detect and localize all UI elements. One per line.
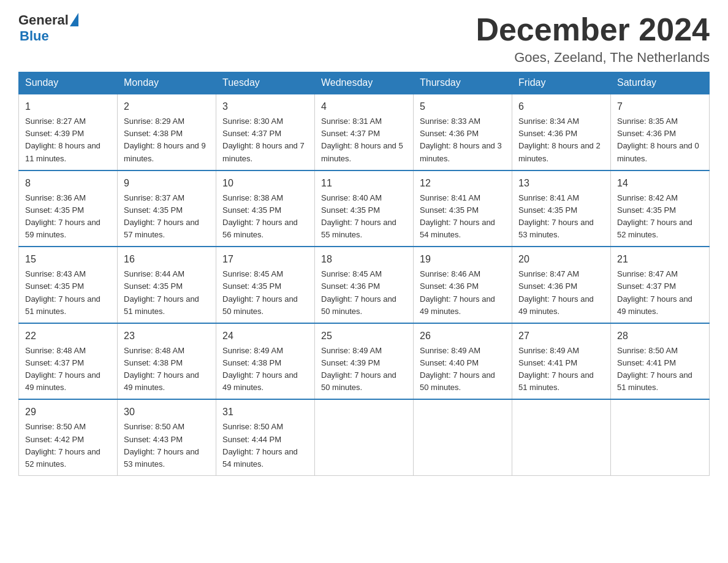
calendar-cell: 29Sunrise: 8:50 AMSunset: 4:42 PMDayligh… bbox=[19, 399, 118, 475]
weekday-header-monday: Monday bbox=[118, 72, 216, 94]
day-info: Sunrise: 8:34 AMSunset: 4:36 PMDaylight:… bbox=[518, 117, 601, 163]
day-number: 3 bbox=[222, 99, 308, 114]
logo-triangle-icon bbox=[70, 13, 78, 26]
day-number: 16 bbox=[124, 252, 210, 267]
calendar-week-row: 22Sunrise: 8:48 AMSunset: 4:37 PMDayligh… bbox=[19, 323, 710, 400]
calendar-cell: 24Sunrise: 8:49 AMSunset: 4:38 PMDayligh… bbox=[216, 323, 315, 400]
calendar-cell: 17Sunrise: 8:45 AMSunset: 4:35 PMDayligh… bbox=[216, 247, 315, 323]
day-info: Sunrise: 8:48 AMSunset: 4:38 PMDaylight:… bbox=[124, 346, 199, 392]
day-number: 28 bbox=[617, 329, 703, 343]
calendar-cell bbox=[611, 399, 710, 475]
day-number: 4 bbox=[321, 99, 407, 114]
calendar-cell: 7Sunrise: 8:35 AMSunset: 4:36 PMDaylight… bbox=[611, 94, 710, 170]
day-info: Sunrise: 8:49 AMSunset: 4:39 PMDaylight:… bbox=[321, 346, 396, 392]
day-info: Sunrise: 8:48 AMSunset: 4:37 PMDaylight:… bbox=[25, 346, 100, 392]
day-info: Sunrise: 8:43 AMSunset: 4:35 PMDaylight:… bbox=[25, 269, 100, 315]
day-number: 7 bbox=[617, 99, 703, 114]
day-info: Sunrise: 8:40 AMSunset: 4:35 PMDaylight:… bbox=[321, 193, 396, 239]
day-info: Sunrise: 8:49 AMSunset: 4:38 PMDaylight:… bbox=[222, 346, 298, 392]
day-info: Sunrise: 8:29 AMSunset: 4:38 PMDaylight:… bbox=[124, 117, 206, 163]
calendar-cell: 2Sunrise: 8:29 AMSunset: 4:38 PMDaylight… bbox=[118, 94, 216, 170]
calendar-cell: 19Sunrise: 8:46 AMSunset: 4:36 PMDayligh… bbox=[414, 247, 512, 323]
calendar-cell: 22Sunrise: 8:48 AMSunset: 4:37 PMDayligh… bbox=[19, 323, 118, 400]
calendar-cell: 20Sunrise: 8:47 AMSunset: 4:36 PMDayligh… bbox=[512, 247, 611, 323]
page-header: General Blue December 2024 Goes, Zeeland… bbox=[18, 12, 710, 66]
day-number: 9 bbox=[124, 176, 210, 191]
day-info: Sunrise: 8:38 AMSunset: 4:35 PMDaylight:… bbox=[222, 193, 298, 239]
calendar-cell: 23Sunrise: 8:48 AMSunset: 4:38 PMDayligh… bbox=[118, 323, 216, 400]
day-info: Sunrise: 8:50 AMSunset: 4:43 PMDaylight:… bbox=[124, 422, 199, 468]
day-number: 8 bbox=[25, 176, 111, 191]
day-info: Sunrise: 8:47 AMSunset: 4:36 PMDaylight:… bbox=[518, 269, 594, 315]
day-info: Sunrise: 8:30 AMSunset: 4:37 PMDaylight:… bbox=[222, 117, 305, 163]
day-number: 2 bbox=[124, 99, 210, 114]
day-info: Sunrise: 8:41 AMSunset: 4:35 PMDaylight:… bbox=[518, 193, 594, 239]
day-number: 1 bbox=[25, 99, 111, 114]
day-info: Sunrise: 8:45 AMSunset: 4:35 PMDaylight:… bbox=[222, 269, 298, 315]
month-title: December 2024 bbox=[476, 12, 710, 47]
day-number: 19 bbox=[420, 252, 506, 267]
day-number: 20 bbox=[518, 252, 604, 267]
weekday-header-thursday: Thursday bbox=[414, 72, 512, 94]
day-number: 30 bbox=[124, 405, 210, 419]
calendar-cell: 26Sunrise: 8:49 AMSunset: 4:40 PMDayligh… bbox=[414, 323, 512, 400]
calendar-cell: 16Sunrise: 8:44 AMSunset: 4:35 PMDayligh… bbox=[118, 247, 216, 323]
location-title: Goes, Zeeland, The Netherlands bbox=[476, 50, 710, 66]
day-number: 5 bbox=[420, 99, 506, 114]
calendar-table: SundayMondayTuesdayWednesdayThursdayFrid… bbox=[18, 72, 710, 476]
weekday-header-tuesday: Tuesday bbox=[216, 72, 315, 94]
day-info: Sunrise: 8:33 AMSunset: 4:36 PMDaylight:… bbox=[420, 117, 502, 163]
day-number: 25 bbox=[321, 329, 407, 343]
calendar-cell: 18Sunrise: 8:45 AMSunset: 4:36 PMDayligh… bbox=[315, 247, 414, 323]
logo-text-general: General bbox=[18, 12, 69, 28]
day-number: 31 bbox=[222, 405, 308, 419]
calendar-cell: 8Sunrise: 8:36 AMSunset: 4:35 PMDaylight… bbox=[19, 170, 118, 247]
weekday-header-friday: Friday bbox=[512, 72, 611, 94]
calendar-cell: 1Sunrise: 8:27 AMSunset: 4:39 PMDaylight… bbox=[19, 94, 118, 170]
calendar-cell: 5Sunrise: 8:33 AMSunset: 4:36 PMDaylight… bbox=[414, 94, 512, 170]
day-number: 27 bbox=[518, 329, 604, 343]
day-info: Sunrise: 8:35 AMSunset: 4:36 PMDaylight:… bbox=[617, 117, 699, 163]
calendar-cell: 25Sunrise: 8:49 AMSunset: 4:39 PMDayligh… bbox=[315, 323, 414, 400]
calendar-cell: 3Sunrise: 8:30 AMSunset: 4:37 PMDaylight… bbox=[216, 94, 315, 170]
day-number: 11 bbox=[321, 176, 407, 191]
day-info: Sunrise: 8:46 AMSunset: 4:36 PMDaylight:… bbox=[420, 269, 495, 315]
day-info: Sunrise: 8:50 AMSunset: 4:44 PMDaylight:… bbox=[222, 422, 298, 468]
calendar-cell: 30Sunrise: 8:50 AMSunset: 4:43 PMDayligh… bbox=[118, 399, 216, 475]
day-number: 26 bbox=[420, 329, 506, 343]
day-number: 21 bbox=[617, 252, 703, 267]
day-info: Sunrise: 8:41 AMSunset: 4:35 PMDaylight:… bbox=[420, 193, 495, 239]
day-number: 18 bbox=[321, 252, 407, 267]
day-info: Sunrise: 8:27 AMSunset: 4:39 PMDaylight:… bbox=[25, 117, 100, 163]
weekday-header-row: SundayMondayTuesdayWednesdayThursdayFrid… bbox=[19, 72, 710, 94]
day-info: Sunrise: 8:47 AMSunset: 4:37 PMDaylight:… bbox=[617, 269, 692, 315]
day-info: Sunrise: 8:50 AMSunset: 4:41 PMDaylight:… bbox=[617, 346, 692, 392]
calendar-cell: 9Sunrise: 8:37 AMSunset: 4:35 PMDaylight… bbox=[118, 170, 216, 247]
calendar-cell bbox=[414, 399, 512, 475]
day-number: 22 bbox=[25, 329, 111, 343]
day-info: Sunrise: 8:42 AMSunset: 4:35 PMDaylight:… bbox=[617, 193, 692, 239]
day-number: 13 bbox=[518, 176, 604, 191]
day-info: Sunrise: 8:49 AMSunset: 4:41 PMDaylight:… bbox=[518, 346, 594, 392]
day-number: 17 bbox=[222, 252, 308, 267]
calendar-cell: 15Sunrise: 8:43 AMSunset: 4:35 PMDayligh… bbox=[19, 247, 118, 323]
day-number: 6 bbox=[518, 99, 604, 114]
calendar-cell: 28Sunrise: 8:50 AMSunset: 4:41 PMDayligh… bbox=[611, 323, 710, 400]
calendar-week-row: 1Sunrise: 8:27 AMSunset: 4:39 PMDaylight… bbox=[19, 94, 710, 170]
calendar-week-row: 8Sunrise: 8:36 AMSunset: 4:35 PMDaylight… bbox=[19, 170, 710, 247]
calendar-cell: 11Sunrise: 8:40 AMSunset: 4:35 PMDayligh… bbox=[315, 170, 414, 247]
day-number: 23 bbox=[124, 329, 210, 343]
calendar-week-row: 15Sunrise: 8:43 AMSunset: 4:35 PMDayligh… bbox=[19, 247, 710, 323]
day-info: Sunrise: 8:36 AMSunset: 4:35 PMDaylight:… bbox=[25, 193, 100, 239]
calendar-week-row: 29Sunrise: 8:50 AMSunset: 4:42 PMDayligh… bbox=[19, 399, 710, 475]
weekday-header-wednesday: Wednesday bbox=[315, 72, 414, 94]
calendar-cell: 13Sunrise: 8:41 AMSunset: 4:35 PMDayligh… bbox=[512, 170, 611, 247]
title-block: December 2024 Goes, Zeeland, The Netherl… bbox=[476, 12, 710, 66]
day-info: Sunrise: 8:45 AMSunset: 4:36 PMDaylight:… bbox=[321, 269, 396, 315]
day-number: 12 bbox=[420, 176, 506, 191]
calendar-cell bbox=[512, 399, 611, 475]
logo: General Blue bbox=[18, 12, 78, 44]
calendar-cell: 10Sunrise: 8:38 AMSunset: 4:35 PMDayligh… bbox=[216, 170, 315, 247]
calendar-cell: 14Sunrise: 8:42 AMSunset: 4:35 PMDayligh… bbox=[611, 170, 710, 247]
day-number: 14 bbox=[617, 176, 703, 191]
